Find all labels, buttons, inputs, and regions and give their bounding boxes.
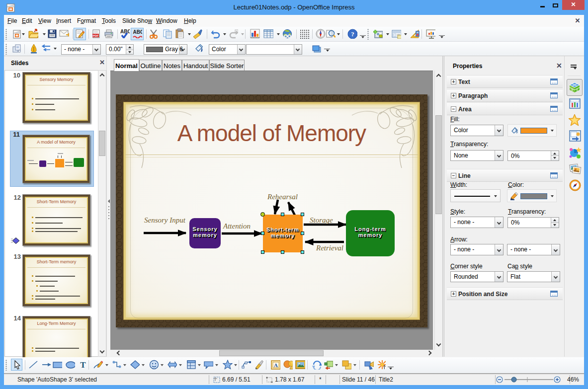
svg-text:A: A [274, 362, 278, 368]
svg-text:ABC: ABC [120, 29, 130, 34]
svg-text:ABC: ABC [133, 29, 143, 35]
svg-text:PDF: PDF [93, 34, 99, 37]
svg-text:T: T [80, 360, 86, 370]
svg-text:?: ? [351, 30, 354, 38]
